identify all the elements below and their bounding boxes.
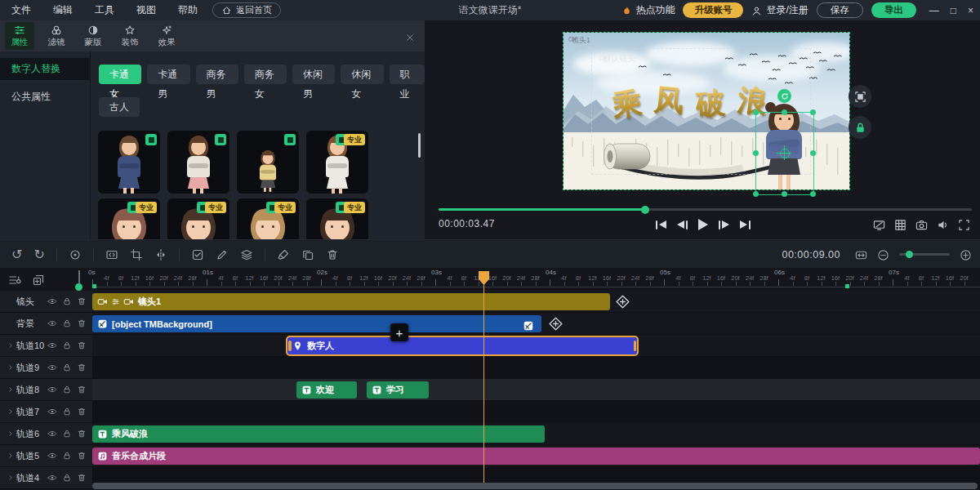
selection-handle[interactable] xyxy=(753,150,759,156)
timeline-horizontal-scrollbar[interactable] xyxy=(92,483,978,489)
delete-track-icon[interactable] xyxy=(77,429,87,439)
selection-handle[interactable] xyxy=(782,191,787,197)
delete-track-icon[interactable] xyxy=(77,318,87,328)
undo-icon[interactable]: ↺ xyxy=(11,248,22,261)
clip-[object TMBackground][interactable]: [object TMBackground] xyxy=(92,315,541,332)
lock-toggle-icon[interactable] xyxy=(62,407,72,416)
grid-icon[interactable] xyxy=(894,219,906,231)
anchor-crosshair-icon[interactable] xyxy=(777,145,791,160)
clip-数字人[interactable]: 数字人 xyxy=(287,337,637,354)
range-start-marker[interactable] xyxy=(92,284,96,288)
photocam-icon[interactable] xyxy=(915,219,928,231)
seek-knob[interactable] xyxy=(641,206,649,214)
zoom-out-icon[interactable] xyxy=(877,247,889,262)
close-window-button[interactable]: × xyxy=(968,5,973,16)
clip-学习[interactable]: 学习 xyxy=(367,381,429,399)
zoom-slider[interactable] xyxy=(899,253,950,256)
pen-icon[interactable] xyxy=(216,248,229,261)
redo-icon[interactable]: ↻ xyxy=(33,248,44,261)
play-button[interactable] xyxy=(698,218,708,231)
grid-scrollbar[interactable] xyxy=(418,133,421,158)
character-card-0[interactable] xyxy=(98,131,160,194)
keyframe-icon[interactable] xyxy=(69,248,82,261)
category-chip-1-2[interactable]: 商务男 xyxy=(196,65,238,84)
save-button[interactable]: 保存 xyxy=(817,2,863,18)
character-card-4[interactable]: 专业 xyxy=(98,198,160,239)
track-lane-轨道5[interactable]: 音乐合成片段 xyxy=(92,445,980,467)
split-icon[interactable] xyxy=(105,248,118,261)
crop-icon[interactable] xyxy=(130,248,143,261)
category-chip-1-4[interactable]: 休闲男 xyxy=(292,65,335,84)
track-lane-轨道10[interactable]: 数字人 xyxy=(92,335,980,357)
delete-track-icon[interactable] xyxy=(77,451,87,461)
tab-mask[interactable]: 蒙版 xyxy=(78,22,108,50)
delete-track-icon[interactable] xyxy=(77,296,87,306)
character-card-3[interactable]: 专业 xyxy=(306,131,368,194)
lock-toggle-icon[interactable] xyxy=(62,429,72,439)
zoom-in-icon[interactable] xyxy=(960,247,972,262)
add-keyframe-button[interactable] xyxy=(548,316,564,332)
visibility-toggle-icon[interactable] xyxy=(47,451,57,461)
visibility-toggle-icon[interactable] xyxy=(47,318,57,328)
frame-select-button[interactable] xyxy=(849,85,871,108)
add-keyframe-button[interactable] xyxy=(615,294,630,310)
selection-handle[interactable] xyxy=(753,109,759,115)
menu-3[interactable]: 视图 xyxy=(136,3,156,17)
frame-back-button[interactable] xyxy=(677,218,688,231)
clip-欢迎[interactable]: 欢迎 xyxy=(296,381,357,399)
tab-filter[interactable]: 滤镜 xyxy=(42,22,71,50)
character-card-7[interactable]: 专业 xyxy=(306,198,368,239)
menu-1[interactable]: 编辑 xyxy=(53,3,73,17)
home-button[interactable]: 返回首页 xyxy=(212,2,281,18)
visibility-toggle-icon[interactable] xyxy=(47,473,57,483)
track-lane-镜头[interactable]: 镜头1 xyxy=(92,291,980,313)
flip-icon[interactable] xyxy=(154,248,167,261)
monitor-icon[interactable] xyxy=(873,219,885,231)
delete-track-icon[interactable] xyxy=(77,341,87,350)
track-header-镜头[interactable]: 镜头 xyxy=(0,291,92,313)
skip-end-button[interactable] xyxy=(740,218,751,231)
fullscreen-icon[interactable] xyxy=(958,219,970,231)
hot-features-button[interactable]: 热点功能 xyxy=(621,3,675,17)
trash-icon[interactable] xyxy=(326,248,339,261)
clip-乘风破浪[interactable]: 乘风破浪 xyxy=(92,425,545,443)
seek-bar[interactable] xyxy=(439,208,972,211)
close-panel-icon[interactable] xyxy=(405,29,415,44)
track-lane-轨道9[interactable] xyxy=(92,357,980,379)
selection-handle[interactable] xyxy=(782,109,787,115)
selection-handle[interactable] xyxy=(810,109,816,115)
character-card-6[interactable]: 专业 xyxy=(237,198,299,239)
category-chip-2-0[interactable]: 古人 xyxy=(99,97,140,117)
selection-handle[interactable] xyxy=(810,191,816,197)
character-card-5[interactable]: 专业 xyxy=(167,198,229,239)
speaker-icon[interactable] xyxy=(937,219,949,231)
selection-handle[interactable] xyxy=(753,191,759,197)
delete-track-icon[interactable] xyxy=(77,363,87,372)
fit-width-icon[interactable] xyxy=(855,247,867,262)
clip-音乐合成片段[interactable]: 音乐合成片段 xyxy=(92,448,980,465)
skip-start-button[interactable] xyxy=(656,218,666,231)
track-header-轨道4[interactable]: 轨道4 xyxy=(0,467,92,489)
category-chip-1-3[interactable]: 商务女 xyxy=(244,65,287,84)
track-header-轨道7[interactable]: 轨道7 xyxy=(0,401,92,423)
lock-toggle-icon[interactable] xyxy=(62,385,72,394)
layers-icon[interactable] xyxy=(240,248,253,261)
track-lane-轨道7[interactable] xyxy=(92,401,980,423)
track-header-轨道8[interactable]: 轨道8 xyxy=(0,379,92,401)
lock-toggle-icon[interactable] xyxy=(62,473,72,483)
sidebar-item-0[interactable]: 数字人替换 xyxy=(0,58,90,80)
category-chip-1-0[interactable]: 卡通女 xyxy=(99,65,141,84)
track-header-轨道6[interactable]: 轨道6 xyxy=(0,423,92,445)
rotate-handle-icon[interactable] xyxy=(777,89,791,103)
add-at-playhead-button[interactable]: + xyxy=(390,323,408,341)
zoom-slider-thumb[interactable] xyxy=(906,251,913,258)
character-card-2[interactable] xyxy=(237,131,299,194)
tab-sparkle[interactable]: 效果 xyxy=(152,22,181,50)
selection-handle[interactable] xyxy=(810,150,816,156)
lock-toggle-icon[interactable] xyxy=(62,341,72,350)
copy-icon[interactable] xyxy=(301,248,314,261)
upgrade-account-button[interactable]: 升级账号 xyxy=(683,2,743,18)
track-header-轨道5[interactable]: 轨道5 xyxy=(0,445,92,467)
checklist-icon[interactable] xyxy=(191,248,204,261)
lock-button[interactable] xyxy=(849,116,871,139)
